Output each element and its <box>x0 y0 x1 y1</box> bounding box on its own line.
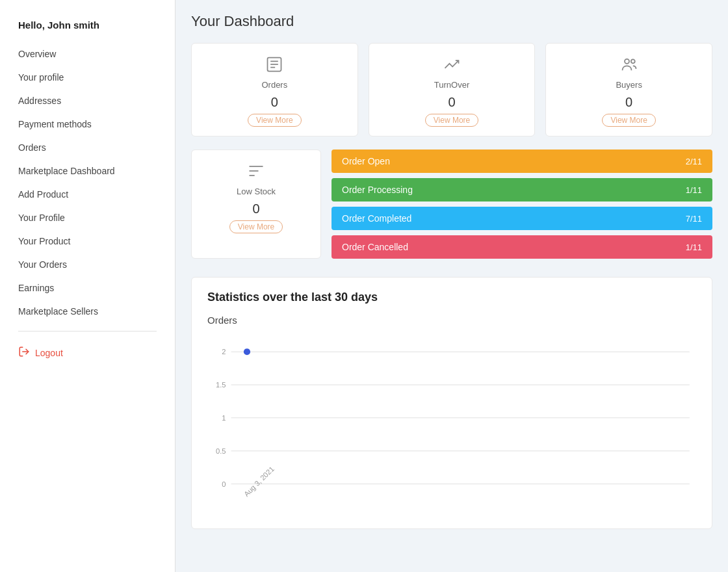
turnover-card: TurnOver 0 View More <box>369 43 536 136</box>
orders-value: 0 <box>271 95 278 110</box>
sidebar-greeting: Hello, John smith <box>0 13 175 42</box>
svg-text:0: 0 <box>222 480 226 488</box>
order-bar-open: Order Open 2/11 <box>332 150 712 173</box>
low-stock-label: Low Stock <box>237 187 276 196</box>
orders-card: Orders 0 View More <box>191 43 358 136</box>
buyers-card: Buyers 0 View More <box>545 43 712 136</box>
svg-text:0.5: 0.5 <box>216 447 226 455</box>
low-stock-view-more[interactable]: View More <box>229 220 283 233</box>
lower-section: Low Stock 0 View More Order Open 2/11 Or… <box>191 150 712 259</box>
chart-data-point <box>244 348 250 355</box>
sidebar-item-addresses[interactable]: Addresses <box>0 89 175 112</box>
order-processing-label: Order Processing <box>342 185 675 195</box>
orders-label: Orders <box>261 80 287 90</box>
svg-text:1: 1 <box>222 414 226 422</box>
svg-text:1.5: 1.5 <box>216 381 226 389</box>
sidebar-item-earnings[interactable]: Earnings <box>0 276 175 300</box>
stats-row: Orders 0 View More TurnOver 0 View More <box>191 43 712 136</box>
sidebar-item-your-orders[interactable]: Your Orders <box>0 253 175 276</box>
sidebar-divider <box>18 331 157 332</box>
buyers-view-more[interactable]: View More <box>602 114 655 127</box>
svg-point-6 <box>631 59 635 63</box>
turnover-label: TurnOver <box>434 80 469 90</box>
buyers-icon <box>620 55 638 77</box>
sidebar-item-your-product[interactable]: Your Product <box>0 229 175 253</box>
buyers-label: Buyers <box>616 80 642 90</box>
order-bar-completed: Order Completed 7/11 <box>332 207 712 230</box>
sidebar-item-marketplace-sellers[interactable]: Marketplace Sellers <box>0 300 175 323</box>
order-completed-count: 7/11 <box>686 214 702 224</box>
low-stock-icon <box>247 162 265 184</box>
buyers-value: 0 <box>625 95 632 110</box>
order-bars: Order Open 2/11 Order Processing 1/11 Or… <box>332 150 712 259</box>
sidebar: Hello, John smith Overview Your profile … <box>0 0 176 572</box>
dashboard-title: Your Dashboard <box>191 13 712 30</box>
sidebar-item-payment-methods[interactable]: Payment methods <box>0 112 175 136</box>
sidebar-item-marketplace-dashboard[interactable]: Marketplace Dashboard <box>0 159 175 183</box>
order-bar-processing: Order Processing 1/11 <box>332 178 712 202</box>
order-open-label: Order Open <box>342 156 675 166</box>
main-content: Your Dashboard Orders 0 View More <box>176 0 728 572</box>
orders-chart: 2 1.5 1 0.5 0 Aug 3, 2021 <box>207 333 696 515</box>
low-stock-card: Low Stock 0 View More <box>191 150 321 259</box>
logout-icon <box>18 346 30 359</box>
orders-view-more[interactable]: View More <box>248 114 301 127</box>
order-bar-cancelled: Order Cancelled 1/11 <box>332 235 712 259</box>
statistics-heading: Statistics over the last 30 days <box>207 291 696 304</box>
order-cancelled-count: 1/11 <box>686 242 702 252</box>
sidebar-item-add-product[interactable]: Add Product <box>0 183 175 206</box>
order-open-count: 2/11 <box>686 157 702 166</box>
low-stock-value: 0 <box>252 202 259 216</box>
statistics-section: Statistics over the last 30 days Orders … <box>191 277 712 529</box>
turnover-value: 0 <box>448 95 455 110</box>
sidebar-item-your-profile-2[interactable]: Your Profile <box>0 206 175 229</box>
sidebar-item-overview[interactable]: Overview <box>0 42 175 66</box>
chart-title: Orders <box>207 315 696 326</box>
chart-container: 2 1.5 1 0.5 0 Aug 3, 2021 <box>207 333 696 515</box>
svg-point-5 <box>625 59 629 64</box>
turnover-view-more[interactable]: View More <box>425 114 478 127</box>
sidebar-item-your-profile[interactable]: Your profile <box>0 66 175 89</box>
logout-label: Logout <box>35 348 63 358</box>
logout-button[interactable]: Logout <box>0 339 175 366</box>
svg-text:Aug 3, 2021: Aug 3, 2021 <box>242 465 276 498</box>
order-processing-count: 1/11 <box>686 185 702 195</box>
orders-icon <box>265 55 283 77</box>
turnover-icon <box>443 55 461 77</box>
order-cancelled-label: Order Cancelled <box>342 242 675 252</box>
order-completed-label: Order Completed <box>342 213 675 224</box>
svg-text:2: 2 <box>222 348 226 356</box>
sidebar-item-orders[interactable]: Orders <box>0 136 175 159</box>
